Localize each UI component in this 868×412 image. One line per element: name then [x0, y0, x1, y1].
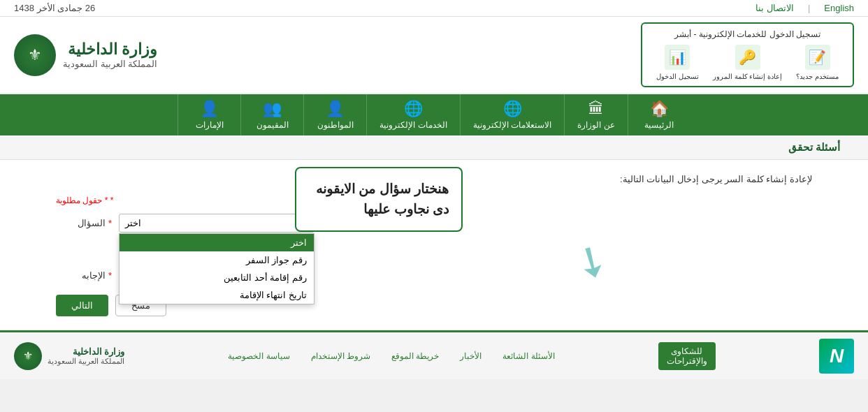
dropdown-option-0[interactable]: اختر: [120, 234, 314, 251]
new-user-label: مستخدم جديد؟: [796, 73, 839, 80]
home-icon: 🏠: [650, 100, 669, 118]
tooltip-text: هنختار سؤال من الايقونه دى نجاوب عليها: [316, 182, 449, 216]
english-link[interactable]: English: [824, 3, 854, 13]
login-item[interactable]: 📊 تسجيل الدخول: [656, 45, 699, 80]
footer-links: الأسئلة الشائعة الأخبار خريطة الموقع شرو…: [228, 351, 554, 361]
nav-label-citizens: المواطنون: [317, 120, 354, 130]
dropdown-value: اختر: [125, 218, 141, 228]
answer-label: * الإجابه: [56, 266, 112, 281]
nav-item-emirates[interactable]: 👤 الإمارات: [178, 94, 240, 135]
login-icon: 📊: [665, 45, 690, 70]
eservices-icon: 🌐: [404, 100, 423, 118]
nav-label-residents: المقيمون: [256, 120, 289, 130]
residents-icon: 👥: [263, 100, 282, 118]
reg-icons: 📝 مستخدم جديد؟ 🔑 إعادة إنشاء كلمة المرور…: [656, 45, 839, 80]
nav-label-inquiries: الاستعلامات الإلكترونية: [473, 120, 551, 130]
nav-label-ministry: عن الوزارة: [577, 120, 614, 130]
header: تسجيل الدخول للخدمات الإلكترونية - أبشر …: [0, 17, 868, 94]
top-bar: English | الاتصال بنا 26 جمادى الأخر 143…: [0, 0, 868, 17]
footer-ministry-logo: ⚜: [14, 342, 42, 370]
reset-pass-item[interactable]: 🔑 إعادة إنشاء كلمة المرور: [713, 45, 782, 80]
new-user-icon: 📝: [805, 45, 830, 70]
footer-link-sitemap[interactable]: خريطة الموقع: [391, 351, 439, 361]
footer-logo: N: [819, 339, 854, 374]
top-bar-right: English | الاتصال بنا: [755, 3, 854, 13]
form-area: هنختار سؤال من الايقونه دى نجاوب عليها ➘…: [0, 160, 868, 330]
footer-ministry: وزارة الداخلية المملكة العربية السعودية …: [14, 342, 124, 370]
contact-link[interactable]: الاتصال بنا: [755, 3, 794, 13]
dropdown-option-1[interactable]: رقم جواز السفر: [120, 251, 314, 269]
inquiries-icon: 🌐: [503, 100, 522, 118]
question-dropdown[interactable]: ▼ اختر: [119, 214, 314, 233]
nav-bar: 🏠 الرئيسية 🏛 عن الوزارة 🌐 الاستعلامات ال…: [0, 94, 868, 135]
ministry-sub: المملكة العربية السعودية: [63, 59, 157, 69]
footer-ministry-sub: المملكة العربية السعودية: [48, 357, 124, 366]
registration-box: تسجيل الدخول للخدمات الإلكترونية - أبشر …: [641, 22, 854, 87]
footer-ministry-name: وزارة الداخلية: [48, 346, 124, 357]
separator1: |: [808, 3, 810, 13]
page-title-bar: أسئلة تحقق: [0, 135, 868, 160]
ministry-name: وزارة الداخلية: [63, 41, 157, 59]
reset-pass-label: إعادة إنشاء كلمة المرور: [713, 73, 782, 80]
nav-label-home: الرئيسية: [644, 120, 674, 130]
nav-item-residents[interactable]: 👥 المقيمون: [240, 94, 303, 135]
nav-item-citizens[interactable]: 👤 المواطنون: [303, 94, 366, 135]
footer-link-privacy[interactable]: سياسة الخصوصية: [228, 351, 289, 361]
reg-box-title: تسجيل الدخول للخدمات الإلكترونية - أبشر: [656, 29, 839, 39]
nav-item-home[interactable]: 🏠 الرئيسية: [628, 94, 690, 135]
footer-link-faq[interactable]: الأسئلة الشائعة: [502, 351, 554, 361]
footer-link-news[interactable]: الأخبار: [460, 351, 482, 361]
dropdown-open-list: اختر رقم جواز السفر رقم إقامة أحد التابع…: [119, 233, 314, 304]
footer-link-terms[interactable]: شروط الإستخدام: [311, 351, 370, 361]
dropdown-option-3[interactable]: تاريخ انتهاء الإقامة: [120, 286, 314, 304]
content-wrapper: أسئلة تحقق هنختار سؤال من الايقونه دى نج…: [0, 135, 868, 330]
nav-label-eservices: الخدمات الإلكترونية: [379, 120, 447, 130]
emirates-icon: 👤: [200, 100, 219, 118]
dropdown-option-2[interactable]: رقم إقامة أحد التابعين: [120, 269, 314, 286]
question-req: *: [106, 218, 112, 228]
ministry-logo: ⚜: [14, 34, 56, 76]
footer: N للشكاوى والإقتراحات الأسئلة الشائعة ال…: [0, 330, 868, 379]
required-text: * حقول مطلوبة: [56, 196, 108, 205]
question-label: * السؤال: [56, 214, 112, 228]
nav-item-ministry[interactable]: 🏛 عن الوزارة: [564, 94, 627, 135]
ministry-icon: 🏛: [588, 100, 604, 118]
n-logo: N: [819, 339, 854, 374]
question-dropdown-wrapper: ▼ اختر اختر رقم جواز السفر رقم إقامة أحد…: [119, 214, 314, 233]
answer-req: *: [106, 270, 112, 281]
asterisk: *: [108, 196, 113, 205]
complaints-button[interactable]: للشكاوى والإقتراحات: [658, 342, 716, 370]
login-label: تسجيل الدخول: [656, 73, 699, 80]
citizens-icon: 👤: [326, 100, 345, 118]
logo-area: وزارة الداخلية المملكة العربية السعودية …: [14, 34, 157, 76]
nav-item-eservices[interactable]: 🌐 الخدمات الإلكترونية: [366, 94, 459, 135]
next-button[interactable]: التالي: [56, 295, 108, 316]
tooltip-box: هنختار سؤال من الايقونه دى نجاوب عليها: [295, 167, 463, 232]
top-bar-date: 26 جمادى الأخر 1438: [14, 3, 95, 13]
page-title: أسئلة تحقق: [788, 141, 840, 153]
new-user-item[interactable]: 📝 مستخدم جديد؟: [796, 45, 839, 80]
nav-item-inquiries[interactable]: 🌐 الاستعلامات الإلكترونية: [460, 94, 564, 135]
nav-label-emirates: الإمارات: [196, 120, 224, 130]
reset-pass-icon: 🔑: [735, 45, 760, 70]
